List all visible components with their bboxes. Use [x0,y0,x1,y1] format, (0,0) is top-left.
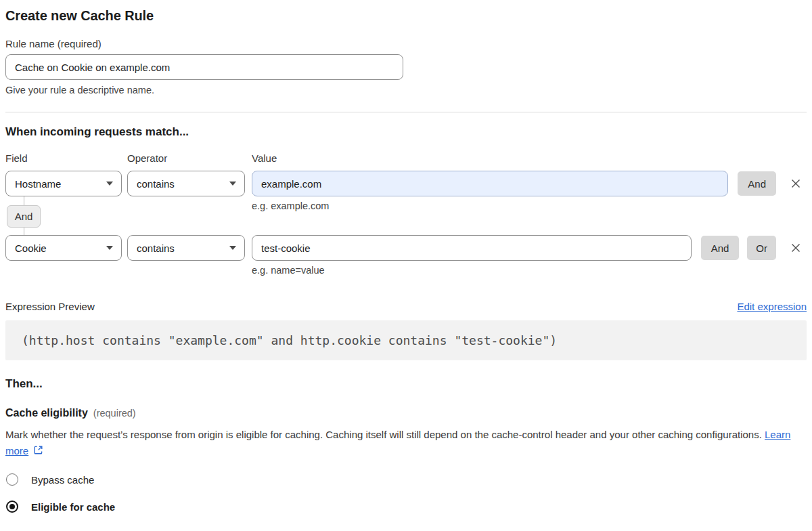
radio-label: Bypass cache [31,474,94,486]
radio-option-bypass-cache[interactable]: Bypass cache [5,473,807,486]
remove-row2-button[interactable] [788,240,803,255]
operator-select-row2[interactable]: contains [127,235,245,261]
operator-select-row1-value: contains [137,178,175,190]
then-heading: Then... [5,377,807,391]
match-row-2: Cookie contains And Or [5,235,807,261]
create-cache-rule-page: Create new Cache Rule Rule name (require… [0,0,812,513]
cache-eligibility-heading: Cache eligibility [5,407,88,419]
edit-expression-link[interactable]: Edit expression [737,301,807,312]
field-column-label: Field [5,152,127,164]
match-row-1: Hostname contains And [5,171,807,196]
add-and-button-row1[interactable]: And [738,171,776,196]
connector-line [24,196,24,205]
external-link-icon [32,444,44,461]
expression-preview-box: (http.host contains "example.com" and ht… [5,320,807,360]
and-connector-chip: And [7,205,41,228]
cache-eligibility-heading-row: Cache eligibility (required) [5,407,807,419]
rule-name-label: Rule name (required) [5,38,807,49]
operator-select-row1[interactable]: contains [127,171,245,196]
cache-eligibility-description: Mark whether the request’s response from… [5,427,807,461]
match-section-heading: When incoming requests match... [5,125,807,139]
value-input-row1[interactable] [252,171,728,196]
expression-code: (http.host contains "example.com" and ht… [22,333,557,347]
rule-name-help: Give your rule a descriptive name. [5,85,807,95]
value-hint-row1: e.g. example.com [252,200,329,211]
radio-unselected-icon[interactable] [6,473,18,486]
close-icon [789,241,803,255]
close-icon [789,177,803,190]
add-or-button-row2[interactable]: Or [747,236,776,260]
connector-line [24,228,24,235]
field-select-row1[interactable]: Hostname [5,171,122,196]
expression-preview-label: Expression Preview [5,301,95,312]
radio-selected-icon[interactable] [6,501,18,513]
value-input-row2[interactable] [252,235,692,261]
field-select-row1-value: Hostname [15,178,61,190]
description-text: Mark whether the request’s response from… [5,429,762,440]
remove-row1-button[interactable] [788,176,803,191]
connector-band: e.g. example.com And [5,196,807,235]
operator-column-label: Operator [127,152,252,164]
required-note: (required) [93,408,136,419]
radio-label: Eligible for cache [31,501,115,513]
radio-option-eligible-for-cache[interactable]: Eligible for cache [5,501,807,513]
section-divider [5,112,807,112]
caret-down-icon [229,182,236,186]
caret-down-icon [229,246,236,250]
field-select-row2[interactable]: Cookie [5,235,122,261]
caret-down-icon [106,246,113,250]
caret-down-icon [106,182,113,186]
expression-preview-header: Expression Preview Edit expression [5,301,807,312]
add-and-button-row2[interactable]: And [701,236,740,260]
page-title: Create new Cache Rule [5,8,807,24]
value-hint-row2: e.g. name=value [252,265,807,276]
operator-select-row2-value: contains [137,242,175,254]
rule-name-input[interactable] [5,54,403,80]
field-select-row2-value: Cookie [15,242,47,254]
builder-column-labels: Field Operator Value [5,152,807,164]
value-column-label: Value [252,152,807,164]
